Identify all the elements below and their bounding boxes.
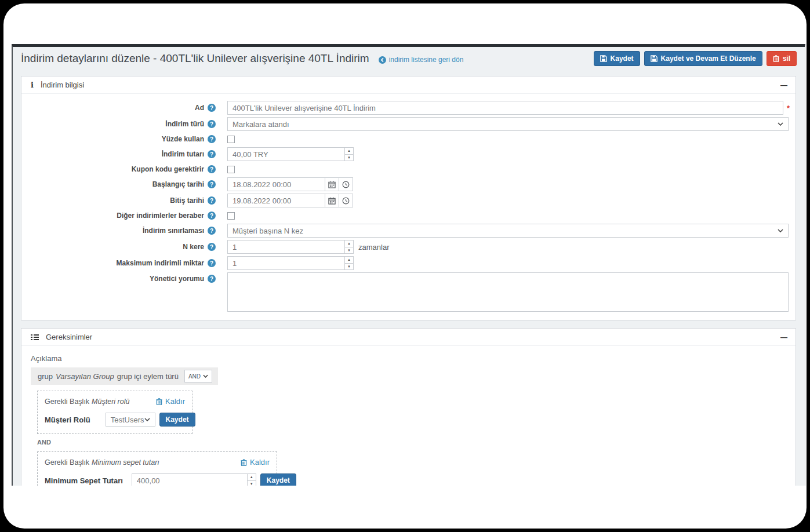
clock-icon[interactable]	[339, 177, 353, 191]
description-label: Açıklama	[31, 354, 786, 363]
requires-coupon-label: Kupon kodu gerektirir	[21, 165, 204, 173]
help-icon[interactable]: ?	[208, 180, 216, 188]
help-icon[interactable]: ?	[208, 150, 216, 158]
name-label: Ad	[21, 104, 204, 112]
requirement-header-name: Minimum sepet tutarı	[92, 458, 159, 467]
save-requirement-button[interactable]: Kaydet	[159, 413, 195, 427]
requires-coupon-checkbox[interactable]	[227, 166, 235, 173]
list-icon	[31, 334, 39, 341]
n-times-label: N kere	[21, 243, 204, 251]
save-continue-button[interactable]: Kaydet ve Devam Et Düzenle	[644, 51, 762, 66]
field-row-n-times: N kere ? ▲ ▼ zamanlar	[21, 240, 792, 254]
field-row-discount-amount: İndirim tutarı ? ▲ ▼	[21, 147, 792, 161]
customer-role-label: Müşteri Rolü	[45, 416, 90, 424]
group-prefix: grup	[38, 372, 53, 381]
help-icon[interactable]: ?	[208, 196, 216, 205]
max-discounted-qty-input[interactable]	[227, 256, 345, 270]
header-toolbar: Kaydet Kaydet ve Devam Et Düzenle sil	[594, 51, 797, 66]
calendar-icon[interactable]	[325, 194, 339, 207]
back-link-label: indirim listesine geri dön	[389, 56, 464, 64]
discount-edit-page: İndirim detaylarını düzenle - 400TL'lik …	[12, 44, 805, 486]
n-times-suffix: zamanlar	[358, 243, 389, 252]
requirement-group-bar: grup Varsayılan Group grup içi eylem tür…	[31, 367, 218, 385]
info-icon: i	[31, 81, 34, 89]
floppy-icon	[651, 55, 658, 62]
max-discounted-qty-label: Maksimum indirimli miktar	[21, 259, 204, 267]
discount-amount-label: İndirim tutarı	[21, 150, 204, 158]
field-row-discount-type: İndirim türü ? Markalara atandı	[21, 117, 792, 131]
trash-icon	[156, 398, 162, 405]
clock-icon[interactable]	[339, 194, 353, 207]
collapse-icon[interactable]: —	[780, 334, 787, 341]
help-icon[interactable]: ?	[208, 104, 216, 112]
delete-button[interactable]: sil	[767, 51, 797, 66]
collapse-icon[interactable]: —	[780, 82, 787, 89]
admin-comment-textarea[interactable]	[227, 272, 789, 312]
requirements-panel-title: Gereksinimler	[46, 333, 92, 341]
save-requirement-label: Kaydet	[267, 476, 290, 484]
help-icon[interactable]: ?	[208, 275, 216, 283]
discount-info-form: Ad ? * İndirim türü ? Markalara atandı	[21, 94, 796, 320]
discount-type-select[interactable]: Markalara atandı	[227, 117, 789, 131]
save-button[interactable]: Kaydet	[594, 51, 640, 66]
and-operator-label: AND	[37, 439, 786, 446]
help-icon[interactable]: ?	[208, 120, 216, 128]
remove-requirement-link[interactable]: Kaldır	[241, 458, 270, 467]
name-input[interactable]	[227, 101, 783, 115]
field-row-max-discounted-qty: Maksimum indirimli miktar ? ▲ ▼	[21, 256, 792, 270]
limitation-selected-value: Müşteri başına N kez	[233, 227, 303, 235]
end-date-input[interactable]	[227, 194, 325, 207]
help-icon[interactable]: ?	[208, 259, 216, 267]
min-cart-total-input[interactable]	[132, 473, 248, 486]
help-icon[interactable]: ?	[208, 165, 216, 173]
spinner-up-icon[interactable]: ▲	[345, 256, 354, 264]
requirement-header-prefix: Gerekli Başlık	[45, 398, 89, 406]
number-spinner: ▲ ▼	[345, 256, 354, 270]
cumulative-checkbox[interactable]	[227, 212, 235, 220]
requirement-field-row: Müşteri Rolü TestUsers Kaydet	[45, 413, 185, 427]
page-header: İndirim detaylarını düzenle - 400TL'lik …	[13, 47, 805, 70]
number-spinner: ▲ ▼	[345, 240, 354, 254]
page-title: İndirim detaylarını düzenle - 400TL'lik …	[21, 52, 369, 65]
calendar-icon[interactable]	[325, 177, 339, 191]
spinner-up-icon[interactable]: ▲	[345, 147, 354, 155]
use-percentage-label: Yüzde kullan	[21, 135, 204, 143]
group-interaction-label: grup içi eylem türü	[117, 372, 179, 381]
spinner-down-icon[interactable]: ▼	[345, 247, 354, 254]
delete-button-label: sil	[783, 54, 790, 63]
trash-icon	[773, 55, 779, 62]
discount-info-panel-header: i İndirim bilgisi —	[21, 76, 796, 94]
app-window: İndirim detaylarını düzenle - 400TL'lik …	[3, 3, 807, 529]
group-operator-select[interactable]: AND	[184, 370, 212, 382]
field-row-cumulative: Diğer indirimlerler beraber ?	[21, 212, 792, 220]
admin-comment-label: Yönetici yorumu	[21, 272, 204, 283]
spinner-up-icon[interactable]: ▲	[248, 473, 256, 481]
spinner-up-icon[interactable]: ▲	[345, 240, 354, 247]
start-date-label: Başlangıç tarihi	[21, 180, 204, 188]
requirement-field-row: Minimum Sepet Tutarı ▲ ▼ Kaydet	[45, 473, 270, 486]
back-to-list-link[interactable]: indirim listesine geri dön	[379, 56, 464, 64]
save-requirement-button[interactable]: Kaydet	[260, 473, 296, 486]
save-requirement-label: Kaydet	[166, 416, 189, 424]
remove-requirement-link[interactable]: Kaldır	[156, 397, 185, 406]
limitation-select[interactable]: Müşteri başına N kez	[227, 224, 789, 238]
help-icon[interactable]: ?	[208, 243, 216, 251]
number-spinner: ▲ ▼	[248, 473, 256, 486]
start-date-input[interactable]	[227, 177, 325, 191]
help-icon[interactable]: ?	[208, 227, 216, 235]
save-button-label: Kaydet	[611, 54, 634, 63]
requirements-panel-header: Gereksinimler —	[21, 329, 796, 346]
help-icon[interactable]: ?	[208, 212, 216, 220]
spinner-down-icon[interactable]: ▼	[248, 481, 256, 486]
min-cart-total-label: Minimum Sepet Tutarı	[45, 476, 123, 485]
help-icon[interactable]: ?	[208, 135, 216, 143]
spinner-down-icon[interactable]: ▼	[345, 264, 354, 271]
discount-info-panel-title: İndirim bilgisi	[41, 81, 84, 89]
field-row-start-date: Başlangıç tarihi ?	[21, 177, 792, 191]
use-percentage-checkbox[interactable]	[227, 136, 235, 143]
requirement-block-header: Gerekli Başlık Minimum sepet tutarı Kald…	[45, 458, 270, 467]
customer-role-select[interactable]: TestUsers	[106, 413, 155, 427]
discount-amount-input[interactable]	[227, 147, 345, 161]
n-times-input[interactable]	[227, 240, 345, 254]
spinner-down-icon[interactable]: ▼	[345, 155, 354, 162]
